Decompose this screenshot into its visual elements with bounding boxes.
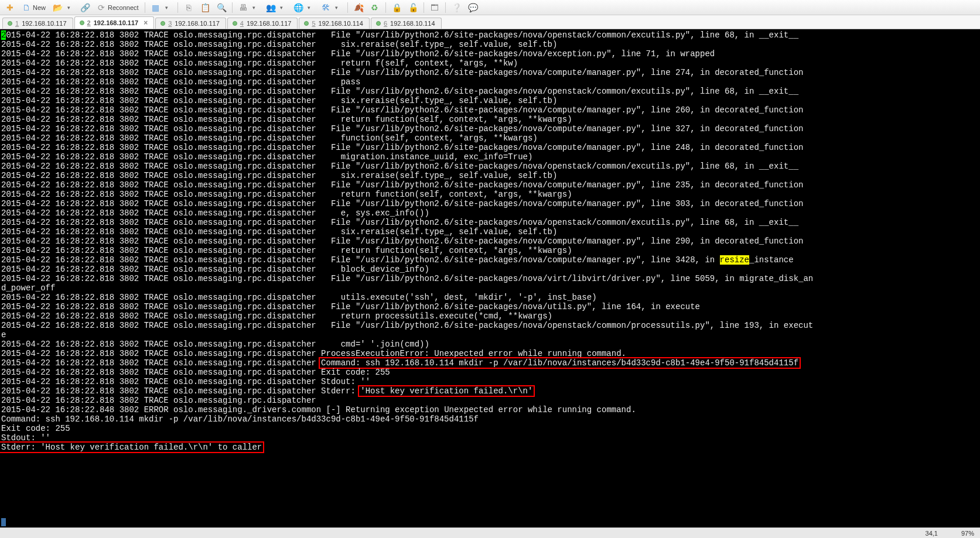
grid-icon: ▦ <box>151 3 161 12</box>
annotation-stderr: 'Host key verification failed.\r\n' <box>358 385 535 397</box>
people-button[interactable]: 👥▾ <box>263 2 289 13</box>
tools-icon: 🛠 <box>321 3 330 12</box>
separator <box>385 2 386 13</box>
leaf-button[interactable]: 🍂 <box>351 2 366 13</box>
annotation-caller: Stderr: 'Host key verification failed.\r… <box>0 441 264 453</box>
status-dot-icon <box>161 21 165 26</box>
separator <box>232 2 233 13</box>
add-session-button[interactable]: ✚ <box>2 2 18 13</box>
status-bar: 34,1 97% <box>0 527 980 538</box>
status-dot-icon <box>8 21 12 26</box>
dropdown-icon: ▾ <box>305 3 314 12</box>
search-icon: 🔍 <box>217 3 226 12</box>
search-button[interactable]: 🔍 <box>214 2 229 13</box>
tab-2[interactable]: 2192.168.10.117× <box>74 16 155 29</box>
session-tabbar: 1192.168.10.117 2192.168.10.117× 3192.16… <box>0 15 980 29</box>
cursor-position: 34,1 <box>926 530 938 537</box>
main-toolbar: ✚ 🗋New 📂▾ 🔗 ⟳Reconnect ▦▾ ⎘ 📋 🔍 🖶▾ 👥▾ 🌐▾… <box>0 0 980 15</box>
close-tab-icon[interactable]: × <box>144 19 148 27</box>
terminal-output[interactable]: 2015-04-22 16:28:22.818 3802 TRACE oslo.… <box>0 29 980 527</box>
dropdown-icon: ▾ <box>162 3 172 12</box>
chat-button[interactable]: 💬 <box>465 2 480 13</box>
reconnect-icon: ⟳ <box>97 3 106 12</box>
lock-off-button[interactable]: 🔓 <box>405 2 421 13</box>
separator <box>445 2 446 13</box>
tab-1[interactable]: 1192.168.10.117 <box>2 18 73 29</box>
unlock-icon: 🔓 <box>408 3 418 12</box>
recycle-button[interactable]: ♻ <box>367 2 383 13</box>
tab-5[interactable]: 5192.168.10.114 <box>299 18 370 29</box>
new-icon: 🗋 <box>22 3 31 12</box>
status-dot-icon <box>376 21 381 26</box>
globe-icon: 🌐 <box>293 3 303 12</box>
recycle-icon: ♻ <box>370 3 380 12</box>
lock-on-button[interactable]: 🔒 <box>389 2 404 13</box>
scroll-percent: 97% <box>961 530 974 537</box>
tab-3[interactable]: 3192.168.10.117 <box>155 18 226 29</box>
search-highlight: resize <box>720 255 749 265</box>
open-button[interactable]: 📂▾ <box>50 2 76 13</box>
separator <box>347 2 348 13</box>
dropdown-icon: ▾ <box>277 3 286 12</box>
tab-4[interactable]: 4192.168.10.117 <box>227 18 298 29</box>
new-button[interactable]: 🗋New <box>19 2 49 13</box>
separator <box>424 2 424 13</box>
status-dot-icon <box>80 20 84 25</box>
help-button[interactable]: ❔ <box>449 2 464 13</box>
paste-icon: 📋 <box>200 3 210 12</box>
reconnect-button[interactable]: ⟳Reconnect <box>94 2 142 13</box>
link-icon: 🔗 <box>80 3 90 12</box>
separator <box>177 2 178 13</box>
grid1-button[interactable]: ▦▾ <box>148 2 175 13</box>
dropdown-icon: ▾ <box>250 3 259 12</box>
leaf-icon: 🍂 <box>354 3 363 12</box>
copy-icon: ⎘ <box>184 3 193 12</box>
annotation-command: Command: ssh 192.168.10.114 mkdir -p /va… <box>319 357 801 369</box>
folder-open-icon: 📂 <box>53 3 62 12</box>
tab-6[interactable]: 6192.168.10.114 <box>371 18 442 29</box>
window-icon: 🗔 <box>430 3 439 12</box>
lock-icon: 🔒 <box>392 3 401 12</box>
paste-button[interactable]: 📋 <box>197 2 213 13</box>
help-icon: ❔ <box>452 3 461 12</box>
tools-button[interactable]: 🛠▾ <box>318 2 344 13</box>
dropdown-icon: ▾ <box>64 3 73 12</box>
printer-icon: 🖶 <box>238 3 248 12</box>
status-dot-icon <box>304 21 309 26</box>
plus-icon: ✚ <box>5 3 15 12</box>
vim-tilde-marker <box>1 518 6 526</box>
link-button[interactable]: 🔗 <box>77 2 93 13</box>
window-button[interactable]: 🗔 <box>427 2 442 13</box>
status-dot-icon <box>233 21 237 26</box>
printer-button[interactable]: 🖶▾ <box>235 2 262 13</box>
chat-icon: 💬 <box>468 3 477 12</box>
globe-button[interactable]: 🌐▾ <box>291 2 317 13</box>
people-icon: 👥 <box>266 3 275 12</box>
separator <box>145 2 145 13</box>
copy-button[interactable]: ⎘ <box>181 2 196 13</box>
dropdown-icon: ▾ <box>332 3 342 12</box>
